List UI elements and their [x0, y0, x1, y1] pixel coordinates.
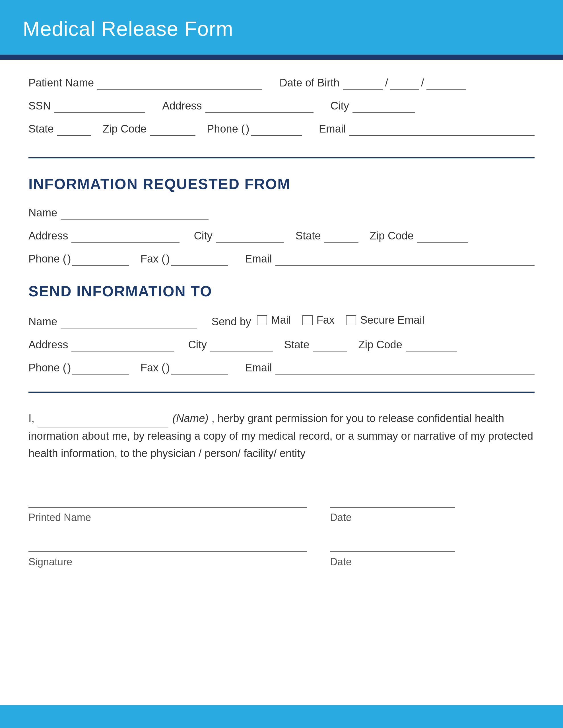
- irs-fax-label: Fax (: [140, 253, 165, 265]
- address-field[interactable]: [205, 100, 314, 113]
- patient-name-field[interactable]: [97, 77, 262, 90]
- mail-option[interactable]: Mail: [257, 314, 291, 326]
- irs-fax-field[interactable]: [171, 253, 228, 266]
- phone-field[interactable]: [250, 123, 302, 136]
- patient-name-row: Patient Name Date of Birth / /: [28, 77, 535, 90]
- dob-label: Date of Birth: [279, 77, 340, 89]
- printed-name-row: Printed Name Date: [28, 502, 535, 524]
- si-fax-paren-close: ): [166, 362, 170, 374]
- page-title: Medical Release Form: [23, 17, 540, 40]
- printed-name-group: Printed Name: [28, 502, 307, 524]
- bottom-divider: [28, 392, 535, 393]
- irs-address-row: Address City State Zip Code: [28, 230, 535, 243]
- send-by-label: Send by: [211, 316, 251, 328]
- dob-month-field[interactable]: [343, 77, 383, 90]
- email-field[interactable]: [349, 123, 535, 136]
- info-requested-section: INFORMATION REQUESTED FROM Name Address …: [28, 175, 535, 266]
- date-1-line[interactable]: [330, 502, 455, 508]
- date-2-group: Date: [330, 546, 455, 568]
- irs-city-field[interactable]: [216, 230, 284, 243]
- signature-group: Signature: [28, 546, 307, 568]
- irs-phone-label: Phone (: [28, 253, 66, 265]
- mail-label: Mail: [271, 314, 291, 326]
- form-content: Patient Name Date of Birth / / SSN Addre…: [0, 60, 563, 705]
- signature-row: Signature Date: [28, 546, 535, 568]
- si-state-label: State: [284, 339, 310, 351]
- header-dark-divider: [0, 55, 563, 60]
- printed-name-label: Printed Name: [28, 512, 307, 524]
- si-fax-field[interactable]: [171, 362, 228, 375]
- consent-name-placeholder: (Name): [172, 412, 208, 424]
- printed-name-line[interactable]: [28, 502, 307, 508]
- header-banner: Medical Release Form: [0, 0, 563, 55]
- si-address-label: Address: [28, 339, 68, 351]
- si-city-label: City: [188, 339, 206, 351]
- dob-slash-2: /: [421, 77, 424, 89]
- footer-bar: [0, 705, 563, 728]
- si-phone-field[interactable]: [72, 362, 129, 375]
- signature-line[interactable]: [28, 546, 307, 552]
- irs-state-label: State: [296, 230, 321, 242]
- signature-label: Signature: [28, 556, 307, 568]
- irs-city-label: City: [194, 230, 212, 242]
- dob-year-field[interactable]: [427, 77, 466, 90]
- irs-zip-field[interactable]: [417, 230, 468, 243]
- irs-phone-paren-close: ): [67, 253, 71, 265]
- irs-email-label: Email: [245, 253, 272, 265]
- si-fax-label: Fax (: [140, 362, 165, 374]
- irs-phone-field[interactable]: [72, 253, 129, 266]
- address-label: Address: [162, 100, 202, 112]
- irs-phone-row: Phone ( ) Fax ( ) Email: [28, 253, 535, 266]
- patient-name-label: Patient Name: [28, 77, 94, 89]
- ssn-address-row: SSN Address City: [28, 100, 535, 113]
- zip-field[interactable]: [150, 123, 195, 136]
- send-info-header: SEND INFORMATION TO: [28, 283, 535, 300]
- state-zip-phone-email-row: State Zip Code Phone ( ) Email: [28, 123, 535, 136]
- si-zip-label: Zip Code: [359, 339, 402, 351]
- si-state-field[interactable]: [313, 339, 347, 351]
- ssn-label: SSN: [28, 100, 51, 112]
- date-1-group: Date: [330, 502, 455, 524]
- consent-text-1: I,: [28, 412, 34, 424]
- mail-checkbox[interactable]: [257, 315, 267, 325]
- si-name-row: Name Send by Mail Fax Secure Email: [28, 314, 535, 328]
- si-zip-field[interactable]: [406, 339, 457, 351]
- zip-label: Zip Code: [103, 123, 146, 135]
- date-2-line[interactable]: [330, 546, 455, 552]
- si-phone-row: Phone ( ) Fax ( ) Email: [28, 362, 535, 375]
- si-address-row: Address City State Zip Code: [28, 339, 535, 351]
- dob-day-field[interactable]: [390, 77, 419, 90]
- irs-email-field[interactable]: [275, 253, 535, 266]
- irs-fax-paren-close: ): [166, 253, 170, 265]
- signature-section: Printed Name Date Signature Date: [28, 479, 535, 602]
- date-2-label: Date: [330, 556, 455, 568]
- city-field[interactable]: [353, 100, 415, 113]
- fax-label: Fax: [317, 314, 335, 326]
- irs-state-field[interactable]: [324, 230, 359, 243]
- dob-slash-1: /: [385, 77, 388, 89]
- si-name-field[interactable]: [61, 316, 197, 328]
- irs-address-field[interactable]: [71, 230, 179, 243]
- secure-email-checkbox[interactable]: [346, 315, 356, 325]
- secure-email-option[interactable]: Secure Email: [346, 314, 425, 326]
- phone-paren-close: ): [246, 123, 249, 135]
- state-field[interactable]: [57, 123, 91, 136]
- si-email-field[interactable]: [275, 362, 535, 375]
- send-info-section: SEND INFORMATION TO Name Send by Mail Fa…: [28, 283, 535, 375]
- si-address-field[interactable]: [71, 339, 174, 351]
- fax-option[interactable]: Fax: [303, 314, 335, 326]
- consent-name-field[interactable]: [38, 410, 168, 428]
- date-1-label: Date: [330, 512, 455, 524]
- fax-checkbox[interactable]: [303, 315, 313, 325]
- phone-label: Phone (: [207, 123, 245, 135]
- city-label: City: [331, 100, 349, 112]
- irs-zip-label: Zip Code: [370, 230, 414, 242]
- consent-text: I, (Name) , herby grant permission for y…: [28, 410, 535, 462]
- irs-name-field[interactable]: [61, 207, 208, 220]
- info-requested-header: INFORMATION REQUESTED FROM: [28, 175, 535, 193]
- ssn-field[interactable]: [54, 100, 145, 113]
- si-phone-paren-close: ): [67, 362, 71, 374]
- consent-section: I, (Name) , herby grant permission for y…: [28, 410, 535, 479]
- si-city-field[interactable]: [210, 339, 273, 351]
- patient-info-section: Patient Name Date of Birth / / SSN Addre…: [28, 77, 535, 158]
